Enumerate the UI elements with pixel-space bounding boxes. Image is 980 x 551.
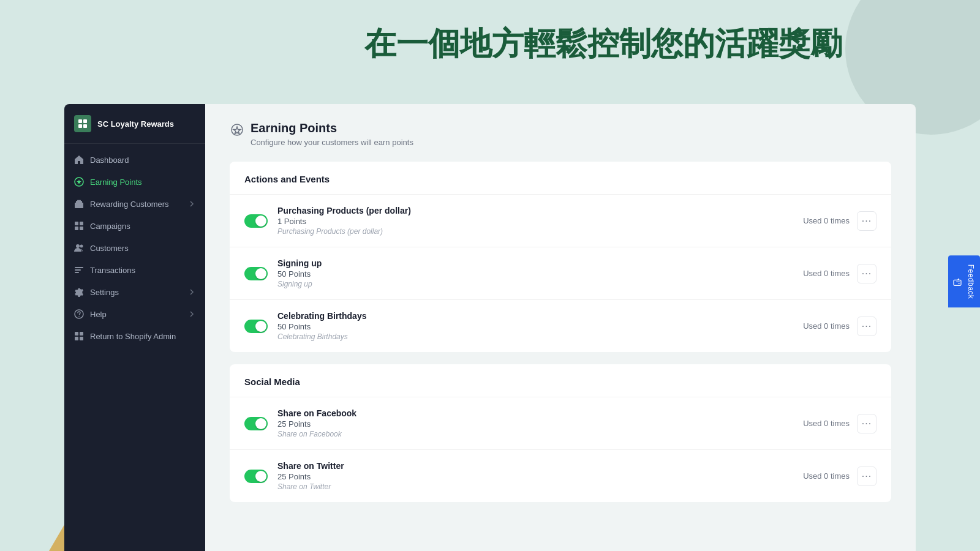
sidebar-item-help[interactable]: Help: [64, 303, 205, 325]
page-header: 在一個地方輕鬆控制您的活躍獎勵: [227, 24, 980, 62]
svg-rect-18: [75, 332, 78, 335]
more-btn-facebook[interactable]: ···: [857, 414, 876, 433]
more-btn-twitter[interactable]: ···: [857, 467, 876, 486]
earning-points-header-icon: [230, 122, 244, 137]
toggle-signing-up[interactable]: [244, 267, 268, 280]
brand-icon: [74, 115, 91, 132]
feedback-icon: [953, 277, 962, 286]
sidebar-item-earning-points[interactable]: Earning Points: [64, 171, 205, 193]
svg-rect-5: [75, 203, 83, 208]
event-row-purchasing: Purchasing Products (per dollar) 1 Point…: [230, 194, 891, 247]
brand-name: SC Loyalty Rewards: [97, 119, 174, 129]
home-icon: [74, 155, 84, 165]
svg-rect-2: [78, 124, 82, 128]
sidebar-label-settings: Settings: [90, 288, 119, 297]
used-times-birthdays: Used 0 times: [803, 321, 850, 331]
used-times-signing-up: Used 0 times: [803, 269, 850, 278]
sidebar-label-dashboard: Dashboard: [90, 156, 129, 165]
actions-events-card: Actions and Events Purchasing Products (…: [230, 162, 891, 352]
event-points-birthdays: 50 Points: [277, 322, 803, 331]
gear-icon: [74, 287, 84, 297]
event-desc-purchasing: Purchasing Products (per dollar): [277, 227, 803, 236]
event-name-birthdays: Celebrating Birthdays: [277, 311, 803, 321]
transactions-icon: [74, 265, 84, 275]
event-points-signing-up: 50 Points: [277, 269, 803, 279]
sidebar-item-campaigns[interactable]: Campaigns: [64, 215, 205, 237]
sidebar-item-return-shopify[interactable]: Return to Shopify Admin: [64, 325, 205, 347]
shopify-icon: [74, 331, 84, 341]
sidebar-label-customers: Customers: [90, 244, 129, 253]
event-desc-facebook: Share on Facebook: [277, 430, 803, 438]
feedback-button[interactable]: Feedback: [948, 256, 980, 308]
event-name-purchasing: Purchasing Products (per dollar): [277, 206, 803, 216]
svg-rect-21: [80, 337, 83, 340]
svg-rect-25: [956, 281, 960, 282]
sidebar-item-transactions[interactable]: Transactions: [64, 259, 205, 281]
sidebar-label-rewarding-customers: Rewarding Customers: [90, 200, 169, 209]
svg-rect-9: [75, 227, 78, 230]
toggle-birthdays[interactable]: [244, 320, 268, 333]
chevron-rewarding-icon: [188, 200, 195, 208]
used-times-purchasing: Used 0 times: [803, 216, 850, 225]
more-btn-purchasing[interactable]: ···: [857, 211, 876, 231]
svg-point-11: [76, 244, 80, 248]
svg-rect-20: [75, 337, 78, 340]
sidebar-item-settings[interactable]: Settings: [64, 281, 205, 303]
event-row-signing-up: Signing up 50 Points Signing up Used 0 t…: [230, 247, 891, 299]
page-title: 在一個地方輕鬆控制您的活躍獎勵: [349, 24, 858, 62]
users-icon: [74, 243, 84, 253]
toggle-facebook[interactable]: [244, 417, 268, 430]
sidebar-label-campaigns: Campaigns: [90, 222, 130, 231]
section-header: Earning Points Configure how your custom…: [230, 121, 891, 147]
used-times-twitter: Used 0 times: [803, 471, 850, 481]
svg-rect-23: [954, 280, 961, 285]
event-row-twitter: Share on Twitter 25 Points Share on Twit…: [230, 449, 891, 502]
main-page-title: Earning Points: [251, 121, 413, 135]
svg-rect-24: [958, 283, 960, 283]
used-times-facebook: Used 0 times: [803, 419, 850, 428]
more-btn-birthdays[interactable]: ···: [857, 317, 876, 336]
sidebar-label-earning-points: Earning Points: [90, 178, 142, 187]
sidebar-item-rewarding-customers[interactable]: Rewarding Customers: [64, 193, 205, 215]
more-btn-signing-up[interactable]: ···: [857, 264, 876, 283]
event-row-birthdays: Celebrating Birthdays 50 Points Celebrat…: [230, 299, 891, 352]
sidebar-item-dashboard[interactable]: Dashboard: [64, 149, 205, 171]
app-container: SC Loyalty Rewards Dashboard Earning: [64, 104, 916, 551]
social-media-card: Social Media Share on Facebook 25 Points…: [230, 364, 891, 502]
svg-rect-14: [75, 269, 81, 271]
sidebar-item-customers[interactable]: Customers: [64, 237, 205, 259]
svg-rect-1: [83, 119, 87, 123]
svg-rect-15: [75, 272, 79, 273]
event-name-facebook: Share on Facebook: [277, 408, 803, 418]
event-name-twitter: Share on Twitter: [277, 461, 803, 471]
nav-list: Dashboard Earning Points: [64, 144, 205, 352]
event-points-twitter: 25 Points: [277, 472, 803, 481]
gift-icon: [74, 199, 84, 209]
toggle-purchasing[interactable]: [244, 214, 268, 228]
svg-rect-6: [76, 201, 82, 203]
help-icon: [74, 309, 84, 319]
svg-point-17: [78, 316, 80, 317]
svg-rect-13: [75, 267, 83, 268]
svg-rect-8: [80, 222, 83, 225]
event-name-signing-up: Signing up: [277, 258, 803, 268]
toggle-twitter[interactable]: [244, 470, 268, 483]
sidebar-label-help: Help: [90, 310, 107, 319]
event-points-purchasing: 1 Points: [277, 217, 803, 226]
event-desc-twitter: Share on Twitter: [277, 482, 803, 491]
campaigns-icon: [74, 221, 84, 231]
feedback-label: Feedback: [967, 264, 975, 299]
event-points-facebook: 25 Points: [277, 419, 803, 429]
svg-rect-19: [80, 332, 83, 335]
main-page-subtitle: Configure how your customers will earn p…: [251, 138, 413, 147]
brand-logo-icon: [78, 119, 88, 129]
star-icon: [74, 177, 84, 187]
event-desc-signing-up: Signing up: [277, 280, 803, 288]
chevron-help-icon: [188, 310, 195, 318]
event-row-facebook: Share on Facebook 25 Points Share on Fac…: [230, 397, 891, 449]
sidebar-brand: SC Loyalty Rewards: [64, 104, 205, 144]
svg-rect-7: [75, 222, 78, 225]
svg-rect-0: [78, 119, 82, 123]
svg-rect-3: [83, 124, 87, 128]
sidebar-label-transactions: Transactions: [90, 266, 135, 275]
